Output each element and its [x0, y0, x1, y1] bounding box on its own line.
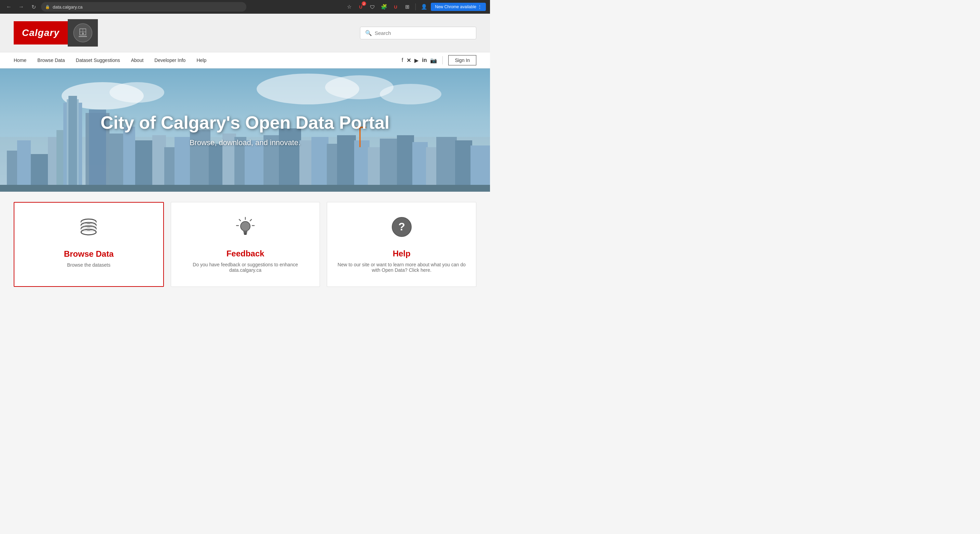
search-icon: 🔍 — [365, 30, 372, 36]
new-chrome-menu-icon: ⋮ — [478, 5, 482, 9]
nav-divider — [442, 56, 443, 64]
hero-content: City of Calgary's Open Data Portal Brows… — [94, 106, 396, 154]
ublock-badge: 2 — [362, 2, 366, 6]
logo-text: Calgary — [22, 27, 60, 38]
new-chrome-button[interactable]: New Chrome available ⋮ — [431, 3, 486, 11]
lightbulb-icon — [234, 216, 256, 242]
extensions-button[interactable]: ⊞ — [402, 2, 412, 12]
logo-container: Calgary ⚜ — [14, 19, 98, 46]
nav-item-browse-data[interactable]: Browse Data — [37, 57, 65, 63]
browse-data-card-desc: Browse the datasets — [67, 262, 111, 268]
nav-item-developer-info[interactable]: Developer Info — [154, 57, 185, 63]
svg-rect-44 — [412, 142, 428, 192]
nav-links: Home Browse Data Dataset Suggestions Abo… — [14, 57, 206, 63]
svg-rect-72 — [243, 233, 247, 234]
nav-item-home[interactable]: Home — [14, 57, 26, 63]
youtube-icon[interactable]: ▶ — [414, 57, 418, 64]
nav-item-dataset-suggestions[interactable]: Dataset Suggestions — [76, 57, 120, 63]
svg-rect-64 — [87, 230, 90, 231]
svg-rect-20 — [68, 96, 77, 192]
svg-rect-49 — [0, 185, 490, 192]
help-circle-icon: ? — [391, 216, 413, 242]
database-icon — [78, 216, 100, 242]
nav-link-browse-data[interactable]: Browse Data — [37, 57, 65, 63]
hero-title: City of Calgary's Open Data Portal — [100, 113, 390, 132]
linkedin-icon[interactable]: in — [422, 57, 427, 63]
svg-rect-63 — [87, 226, 90, 227]
svg-rect-71 — [243, 231, 247, 233]
feedback-card-title: Feedback — [226, 249, 264, 258]
svg-point-8 — [110, 82, 164, 103]
profile-button[interactable]: 👤 — [419, 2, 429, 12]
puzzle-button[interactable]: 🧩 — [379, 2, 389, 12]
cards-section: Browse Data Browse the datasets Feedback — [0, 192, 490, 297]
svg-rect-46 — [436, 137, 457, 192]
help-card[interactable]: ? Help New to our site or want to learn … — [327, 202, 476, 287]
social-icons: f ✕ ▶ in 📷 — [402, 57, 437, 64]
svg-rect-73 — [244, 234, 247, 235]
nav-right: f ✕ ▶ in 📷 Sign In — [402, 55, 476, 65]
hero-banner: City of Calgary's Open Data Portal Brows… — [0, 69, 490, 192]
svg-rect-17 — [56, 130, 63, 192]
browser-toolbar-right: ☆ U 2 🛡 🧩 U ⊞ 👤 New Chrome available ⋮ — [344, 2, 486, 12]
logo-red: Calgary — [14, 21, 68, 45]
ublock2-button[interactable]: U — [391, 2, 400, 12]
toolbar-divider — [415, 3, 416, 10]
hero-subtitle: Browse, download, and innovate. — [100, 138, 390, 147]
bookmark-button[interactable]: ☆ — [344, 2, 354, 12]
svg-rect-48 — [471, 145, 490, 192]
nav-item-about[interactable]: About — [131, 57, 144, 63]
forward-button[interactable]: → — [16, 2, 26, 12]
nav-link-about[interactable]: About — [131, 57, 144, 63]
browse-data-card[interactable]: Browse Data Browse the datasets — [14, 202, 164, 287]
browse-data-card-title: Browse Data — [64, 249, 114, 259]
nav-link-dataset-suggestions[interactable]: Dataset Suggestions — [76, 57, 120, 63]
instagram-icon[interactable]: 📷 — [430, 57, 437, 64]
svg-rect-2 — [79, 36, 87, 37]
back-button[interactable]: ← — [4, 2, 14, 12]
sign-in-button[interactable]: Sign In — [448, 55, 476, 65]
svg-rect-47 — [455, 140, 472, 192]
site-nav: Home Browse Data Dataset Suggestions Abo… — [0, 52, 490, 69]
feedback-card-desc: Do you have feedback or suggestions to e… — [181, 262, 310, 273]
browser-chrome: ← → ↻ 🔒 data.calgary.ca ☆ U 2 🛡 🧩 U ⊞ 👤 … — [0, 0, 490, 14]
svg-line-68 — [239, 219, 240, 221]
shield-button[interactable]: 🛡 — [368, 2, 377, 12]
help-card-desc: New to our site or want to learn more ab… — [337, 262, 466, 273]
svg-rect-43 — [397, 135, 414, 192]
lock-icon: 🔒 — [45, 5, 50, 9]
nav-link-home[interactable]: Home — [14, 57, 26, 63]
svg-point-70 — [240, 222, 250, 231]
svg-line-66 — [250, 219, 251, 221]
twitter-x-icon[interactable]: ✕ — [407, 57, 411, 64]
search-bar[interactable]: 🔍 — [360, 27, 476, 39]
svg-point-11 — [380, 84, 441, 104]
svg-rect-62 — [87, 223, 90, 224]
url-text: data.calgary.ca — [53, 5, 83, 10]
address-bar[interactable]: 🔒 data.calgary.ca — [41, 2, 247, 12]
nav-link-developer-info[interactable]: Developer Info — [154, 57, 185, 63]
facebook-icon[interactable]: f — [402, 57, 403, 63]
logo-dark: ⚜ — [68, 19, 98, 46]
nav-item-help[interactable]: Help — [196, 57, 206, 63]
nav-link-help[interactable]: Help — [196, 57, 206, 63]
svg-text:?: ? — [398, 220, 405, 233]
extensions-group: U 2 — [356, 2, 366, 12]
help-card-title: Help — [393, 249, 410, 258]
refresh-button[interactable]: ↻ — [29, 2, 38, 12]
svg-rect-14 — [17, 140, 31, 192]
feedback-card[interactable]: Feedback Do you have feedback or suggest… — [171, 202, 320, 287]
crest-icon: ⚜ — [73, 22, 93, 43]
new-chrome-label: New Chrome available — [435, 5, 476, 9]
site-header: Calgary ⚜ 🔍 — [0, 14, 490, 52]
search-input[interactable] — [375, 30, 471, 36]
